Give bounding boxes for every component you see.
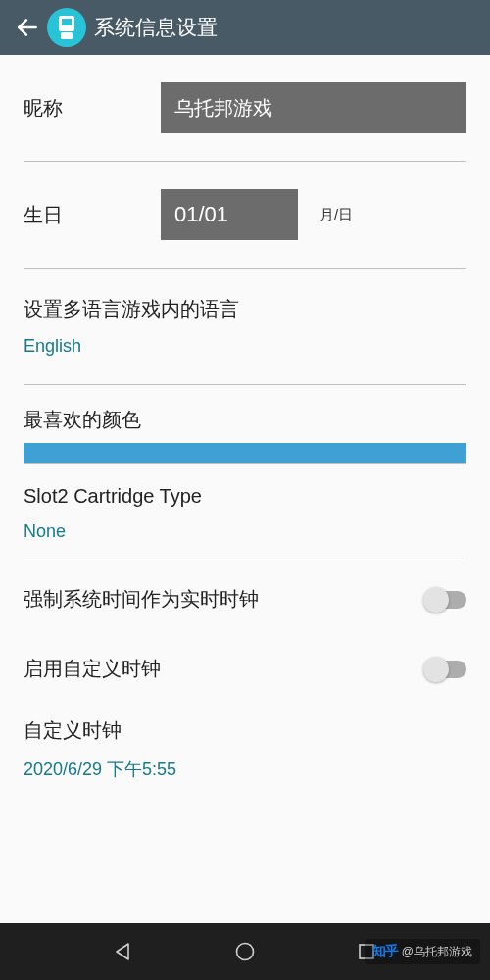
svg-rect-2: [62, 19, 72, 25]
birthday-hint: 月/日: [319, 206, 353, 224]
switch-thumb: [423, 587, 449, 612]
custom-clock-toggle[interactable]: [425, 661, 466, 678]
favorite-color-label: 最喜欢的颜色: [24, 407, 466, 433]
custom-clock-toggle-row: 启用自定义时钟: [24, 634, 466, 704]
page-title: 系统信息设置: [94, 14, 218, 41]
settings-content: 昵称 生日 月/日 设置多语言游戏内的语言 English 最喜欢的颜色 Slo…: [0, 55, 490, 923]
nav-home-button[interactable]: [228, 935, 262, 968]
language-row[interactable]: 设置多语言游戏内的语言 English: [24, 269, 466, 385]
switch-thumb: [423, 657, 449, 682]
custom-clock-toggle-label: 启用自定义时钟: [24, 656, 161, 682]
favorite-color-swatch: [24, 443, 466, 463]
nickname-row: 昵称: [24, 55, 466, 162]
favorite-color-row[interactable]: 最喜欢的颜色: [24, 385, 466, 463]
slot2-value: None: [24, 521, 466, 542]
force-rtc-row: 强制系统时间作为实时时钟: [24, 564, 466, 634]
language-value: English: [24, 336, 466, 357]
birthday-input[interactable]: [161, 189, 298, 240]
watermark: 知乎 @乌托邦游戏: [365, 939, 480, 964]
force-rtc-toggle[interactable]: [425, 591, 466, 609]
language-label: 设置多语言游戏内的语言: [24, 296, 466, 322]
custom-clock-row[interactable]: 自定义时钟 2020/6/29 下午5:55: [24, 704, 466, 810]
zhihu-logo-icon: 知乎: [372, 943, 398, 960]
birthday-label: 生日: [24, 202, 161, 228]
app-logo-icon: [47, 8, 86, 47]
force-rtc-label: 强制系统时间作为实时时钟: [24, 586, 259, 612]
nickname-label: 昵称: [24, 95, 161, 122]
arrow-left-icon: [15, 15, 40, 40]
android-nav-bar: 知乎 @乌托邦游戏: [0, 923, 490, 980]
birthday-row: 生日 月/日: [24, 162, 466, 269]
slot2-row[interactable]: Slot2 Cartridge Type None: [24, 464, 466, 564]
nav-back-button[interactable]: [107, 935, 140, 968]
back-button[interactable]: [8, 8, 47, 47]
custom-clock-value: 2020/6/29 下午5:55: [24, 758, 466, 781]
circle-home-icon: [234, 941, 256, 962]
watermark-user: @乌托邦游戏: [402, 944, 472, 960]
app-bar: 系统信息设置: [0, 0, 490, 55]
svg-point-4: [237, 944, 254, 960]
svg-rect-3: [61, 32, 73, 39]
cartridge-icon: [56, 15, 77, 40]
custom-clock-label: 自定义时钟: [24, 717, 466, 744]
slot2-label: Slot2 Cartridge Type: [24, 485, 466, 508]
nickname-input[interactable]: [161, 82, 466, 133]
triangle-back-icon: [114, 942, 133, 961]
